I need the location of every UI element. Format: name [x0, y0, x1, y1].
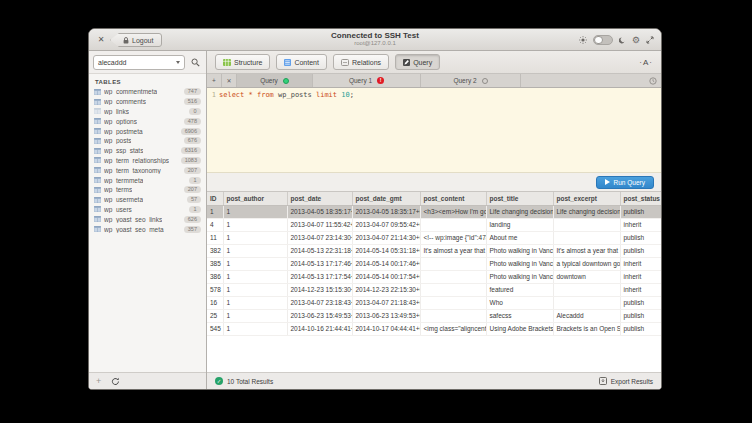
cell-post_title[interactable]: Photo walking in Vancouv [486, 270, 553, 283]
table-row[interactable]: 57812014-12-23 15:15:30+02014-12-23 22:1… [207, 283, 661, 296]
cell-post_content[interactable] [420, 218, 486, 231]
cell-id[interactable]: 11 [207, 231, 223, 244]
sidebar-table-item-wp_commentmeta[interactable]: wp_commentmeta747 [89, 87, 206, 97]
cell-post_status[interactable]: publish [620, 244, 661, 257]
sidebar-table-item-wp_terms[interactable]: wp_terms207 [89, 185, 206, 195]
cell-post_author[interactable]: 1 [223, 322, 287, 335]
sidebar-table-item-wp_links[interactable]: wp_links0 [89, 107, 206, 117]
column-header-post_date[interactable]: post_date [287, 192, 352, 205]
sidebar-table-item-wp_termmeta[interactable]: wp_termmeta1 [89, 175, 206, 185]
cell-post_excerpt[interactable] [553, 283, 620, 296]
cell-post_date_gmt[interactable]: 2014-05-14 00:17:54+0 [352, 270, 420, 283]
search-tables-button[interactable] [188, 55, 202, 70]
column-header-post_title[interactable]: post_title [486, 192, 553, 205]
cell-post_title[interactable]: Photo walking in Vancouv [486, 244, 553, 257]
cell-post_excerpt[interactable]: a typical downtown goose [553, 257, 620, 270]
cell-id[interactable]: 386 [207, 270, 223, 283]
cell-post_content[interactable] [420, 309, 486, 322]
table-row[interactable]: 2512013-06-23 15:49:53+02013-06-23 13:49… [207, 309, 661, 322]
column-header-post_status[interactable]: post_status [620, 192, 661, 205]
cell-post_date[interactable]: 2014-05-13 17:17:54+0 [287, 270, 352, 283]
cell-post_title[interactable]: featured [486, 283, 553, 296]
cell-id[interactable]: 545 [207, 322, 223, 335]
sidebar-table-item-wp_users[interactable]: wp_users1 [89, 205, 206, 215]
cell-post_date[interactable]: 2013-04-07 23:14:30+0 [287, 231, 352, 244]
cell-post_content[interactable]: <!-- wp:image {"id":4786} [420, 231, 486, 244]
relations-tab-button[interactable]: Relations [333, 54, 389, 70]
cell-post_title[interactable]: Life changing decisions [486, 205, 553, 218]
cell-post_date_gmt[interactable]: 2014-05-14 00:17:46+0 [352, 257, 420, 270]
query-tab-query-1[interactable]: Query 1! [313, 74, 421, 87]
query-tab-query[interactable]: Query [237, 74, 313, 87]
cell-post_content[interactable] [420, 257, 486, 270]
window-close-icon[interactable]: ✕ [96, 35, 106, 45]
sidebar-table-item-wp_usermeta[interactable]: wp_usermeta57 [89, 195, 206, 205]
cell-post_status[interactable]: publish [620, 231, 661, 244]
table-row[interactable]: 412013-04-07 11:55:42+02013-04-07 09:55:… [207, 218, 661, 231]
table-row[interactable]: 1112013-04-07 23:14:30+02013-04-07 21:14… [207, 231, 661, 244]
cell-post_date[interactable]: 2014-05-13 22:31:18+0 [287, 244, 352, 257]
sidebar-table-item-wp_posts[interactable]: wp_posts676 [89, 136, 206, 146]
content-tab-button[interactable]: Content [276, 54, 327, 70]
column-header-post_content[interactable]: post_content [420, 192, 486, 205]
table-row[interactable]: 54512014-10-16 21:44:41+02014-10-17 04:4… [207, 322, 661, 335]
font-size-control[interactable]: ·A· [639, 58, 653, 67]
cell-post_content[interactable] [420, 283, 486, 296]
cell-post_date[interactable]: 2013-04-05 18:35:17+0 [287, 205, 352, 218]
column-header-post_date_gmt[interactable]: post_date_gmt [352, 192, 420, 205]
cell-post_excerpt[interactable]: Brackets is an Open Sour [553, 322, 620, 335]
cell-post_author[interactable]: 1 [223, 231, 287, 244]
query-tab-button[interactable]: Query [395, 54, 440, 70]
sidebar-table-item-wp_ssp_stats[interactable]: wp_ssp_stats6316 [89, 146, 206, 156]
dark-mode-toggle[interactable] [593, 35, 613, 45]
cell-post_status[interactable]: inherit [620, 283, 661, 296]
cell-post_status[interactable]: inherit [620, 218, 661, 231]
cell-post_author[interactable]: 1 [223, 296, 287, 309]
cell-post_date[interactable]: 2014-05-13 17:17:46+0 [287, 257, 352, 270]
cell-post_author[interactable]: 1 [223, 283, 287, 296]
cell-post_date[interactable]: 2013-06-23 15:49:53+0 [287, 309, 352, 322]
cell-post_status[interactable]: publish [620, 309, 661, 322]
sidebar-table-item-wp_postmeta[interactable]: wp_postmeta6906 [89, 126, 206, 136]
sql-editor[interactable]: 1 select * from wp_posts limit 10; [207, 88, 661, 173]
cell-post_status[interactable]: inherit [620, 270, 661, 283]
cell-post_excerpt[interactable]: It's almost a year that I m [553, 244, 620, 257]
column-header-post_excerpt[interactable]: post_excerpt [553, 192, 620, 205]
cell-post_date_gmt[interactable]: 2013-04-07 21:18:43+0 [352, 296, 420, 309]
sidebar-table-item-wp_term_relationships[interactable]: wp_term_relationships1083 [89, 156, 206, 166]
cell-post_title[interactable]: Using Adobe Brackets as [486, 322, 553, 335]
cell-post_title[interactable]: landing [486, 218, 553, 231]
query-history-button[interactable] [645, 74, 661, 87]
refresh-icon[interactable] [111, 377, 120, 386]
column-header-post_author[interactable]: post_author [223, 192, 287, 205]
cell-post_author[interactable]: 1 [223, 270, 287, 283]
cell-post_date_gmt[interactable]: 2014-05-14 05:31:18+0 [352, 244, 420, 257]
cell-post_title[interactable]: About me [486, 231, 553, 244]
cell-id[interactable]: 382 [207, 244, 223, 257]
cell-post_excerpt[interactable]: Life changing decisions. H [553, 205, 620, 218]
cell-id[interactable]: 4 [207, 218, 223, 231]
cell-post_author[interactable]: 1 [223, 218, 287, 231]
table-row[interactable]: 1612013-04-07 23:18:43+02013-04-07 21:18… [207, 296, 661, 309]
column-header-id[interactable]: ID [207, 192, 223, 205]
cell-post_status[interactable]: publish [620, 205, 661, 218]
cell-post_excerpt[interactable] [553, 296, 620, 309]
cell-post_excerpt[interactable]: downtown [553, 270, 620, 283]
table-row[interactable]: 38212014-05-13 22:31:18+02014-05-14 05:3… [207, 244, 661, 257]
cell-post_author[interactable]: 1 [223, 309, 287, 322]
sidebar-table-item-wp_options[interactable]: wp_options478 [89, 116, 206, 126]
cell-post_author[interactable]: 1 [223, 257, 287, 270]
cell-post_content[interactable] [420, 296, 486, 309]
close-query-tab-button[interactable]: ✕ [222, 74, 237, 87]
cell-post_title[interactable]: Photo walking in Vancouv [486, 257, 553, 270]
add-table-button[interactable]: + [96, 377, 101, 386]
cell-post_status[interactable]: inherit [620, 257, 661, 270]
database-selector[interactable]: alecaddd [93, 55, 185, 70]
cell-post_date_gmt[interactable]: 2014-12-23 22:15:30+0 [352, 283, 420, 296]
query-tab-query-2[interactable]: Query 2 [421, 74, 521, 87]
cell-post_date[interactable]: 2013-04-07 23:18:43+0 [287, 296, 352, 309]
sidebar-table-item-wp_term_taxonomy[interactable]: wp_term_taxonomy207 [89, 165, 206, 175]
cell-post_date_gmt[interactable]: 2013-04-05 18:35:17+0 [352, 205, 420, 218]
gear-icon[interactable]: ⚙ [632, 35, 640, 45]
cell-post_content[interactable]: It's almost a year that I m [420, 244, 486, 257]
